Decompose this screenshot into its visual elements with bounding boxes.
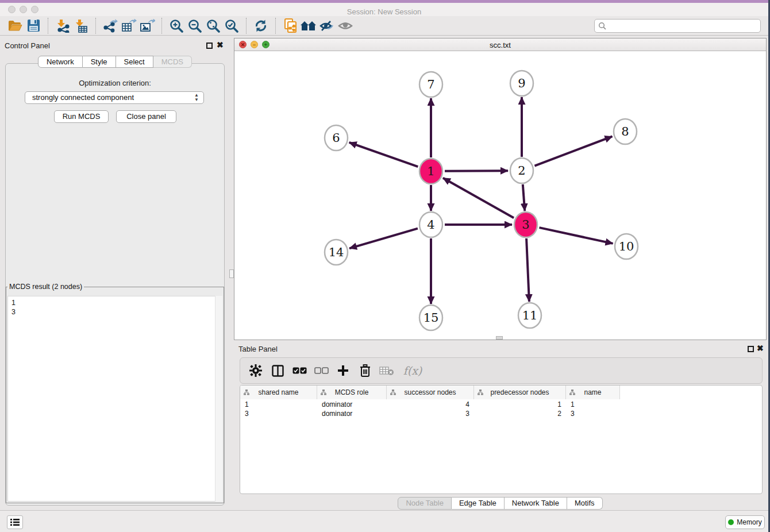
table-cell[interactable]: 1 [566,400,620,409]
graph-node-label: 10 [619,240,634,253]
unselect-all-columns-icon[interactable] [314,363,329,378]
node-table[interactable]: shared nameMCDS rolesuccessor nodesprede… [240,385,763,494]
refresh-icon[interactable] [252,17,270,34]
panel-split-handle[interactable] [229,269,234,278]
control-panel-title: Control Panel [5,41,50,50]
select-all-columns-icon[interactable] [292,363,307,378]
column-header-label: name [584,388,601,396]
export-table-icon[interactable] [120,17,138,34]
control-panel-close-icon[interactable]: ✖ [217,40,224,49]
tab-network-table[interactable]: Network Table [505,497,567,510]
export-network-icon[interactable] [101,17,120,34]
zoom-selected-icon[interactable] [222,17,241,34]
search-field [594,19,761,33]
table-cell[interactable]: 1 [240,400,317,409]
dropdown-stepper-icon: ▲▼ [194,93,199,102]
window-title: Session: New Session [0,7,768,16]
tab-motifs[interactable]: Motifs [567,497,603,510]
toolbar-separator [275,18,276,34]
run-mcds-button[interactable]: Run MCDS [54,110,109,123]
network-view-window: ✕ − + scc.txt 1234678910111415 [234,38,767,340]
import-table-icon[interactable] [72,17,90,34]
table-panel-title: Table Panel [238,345,278,353]
birdseye-view-icon[interactable] [336,17,355,34]
network-view-title: scc.txt [234,41,766,49]
memory-button[interactable]: Memory [725,515,765,529]
toolbar-separator [246,18,247,34]
close-panel-button[interactable]: Close panel [116,110,176,123]
table-cell[interactable]: 3 [240,409,317,418]
duplicate-network-icon[interactable] [281,17,299,34]
column-header-label: predecessor nodes [490,388,549,396]
table-row[interactable]: 1dominator411 [240,400,762,409]
column-header-MCDS-role[interactable]: MCDS role [317,385,387,399]
dropdown-value: strongly connected component [32,93,134,102]
table-panel-close-icon[interactable]: ✖ [757,344,764,353]
control-panel-tabs: NetworkStyleSelectMCDS [0,56,230,68]
search-icon [598,22,606,32]
tab-node-table[interactable]: Node Table [398,497,452,510]
toolbar-separator [161,18,162,34]
table-panel-tabs: Node TableEdge TableNetwork TableMotifs [234,497,767,510]
create-column-icon[interactable] [336,363,351,378]
graph-edge-2-3[interactable] [523,184,525,211]
graph-node-label: 6 [332,131,340,145]
table-row[interactable]: 3dominator323 [240,409,762,418]
column-header-shared-name[interactable]: shared name [240,385,317,399]
graph-edge-4-14[interactable] [349,229,418,249]
zoom-in-icon[interactable] [167,17,186,34]
table-settings-gear-icon[interactable] [248,363,263,378]
zoom-out-icon[interactable] [186,17,204,34]
show-column-panel-icon[interactable] [270,363,285,378]
mcds-result-scrollbar[interactable] [215,296,222,502]
fx-label: f(x) [403,364,422,377]
status-bar [0,510,768,532]
function-builder-icon: f(x) [401,363,424,378]
column-header-predecessor-nodes[interactable]: predecessor nodes [474,385,566,399]
column-header-successor-nodes[interactable]: successor nodes [387,385,474,399]
network-table-split-handle[interactable] [496,336,503,340]
table-cell[interactable]: 4 [387,400,474,409]
import-network-icon[interactable] [53,17,72,34]
network-view-titlebar[interactable]: ✕ − + scc.txt [234,38,766,51]
graph-node-label: 15 [424,311,439,325]
table-cell[interactable]: 3 [387,409,474,418]
network-graph-canvas[interactable]: 1234678910111415 [234,51,766,340]
tab-style[interactable]: Style [83,56,116,68]
tab-select[interactable]: Select [116,56,153,68]
mcds-result-text[interactable]: 13 [7,296,222,502]
table-panel-float-icon[interactable] [748,346,754,352]
save-icon[interactable] [24,17,43,34]
graph-edge-3-11[interactable] [526,238,529,302]
houses-icon[interactable] [299,17,318,34]
graph-edge-1-6[interactable] [349,142,418,167]
table-cell[interactable]: dominator [317,400,387,409]
graph-node-label: 9 [518,76,525,90]
tab-network[interactable]: Network [38,56,83,68]
table-cell[interactable]: 3 [566,409,620,418]
optimization-criterion-dropdown[interactable]: strongly connected component ▲▼ [25,91,204,104]
export-image-icon[interactable] [138,17,156,34]
graph-edge-3-1[interactable] [443,178,514,218]
mcds-result-line: 1 [11,298,222,307]
graph-edge-3-10[interactable] [539,228,613,244]
open-file-icon[interactable] [6,17,24,34]
graph-edge-2-8[interactable] [534,136,612,165]
toolbar-separator [48,18,48,34]
control-panel-float-icon[interactable] [206,43,213,49]
tab-mcds[interactable]: MCDS [153,56,192,68]
delete-column-trash-icon[interactable] [357,363,372,378]
memory-status-dot [728,519,734,525]
table-cell[interactable]: dominator [317,409,387,418]
mcds-result-group: MCDS result (2 nodes) 13 [6,283,224,503]
table-cell[interactable]: 2 [474,409,566,418]
zoom-fit-icon[interactable] [204,17,222,34]
task-history-button[interactable] [7,515,23,529]
graph-edge-1-2[interactable] [445,171,508,171]
search-input[interactable] [594,19,761,33]
optimization-criterion-label: Optimization criterion: [0,79,230,87]
column-header-name[interactable]: name [566,385,620,399]
hide-graphics-details-icon[interactable] [318,17,336,34]
table-cell[interactable]: 1 [474,400,566,409]
tab-edge-table[interactable]: Edge Table [452,497,505,510]
